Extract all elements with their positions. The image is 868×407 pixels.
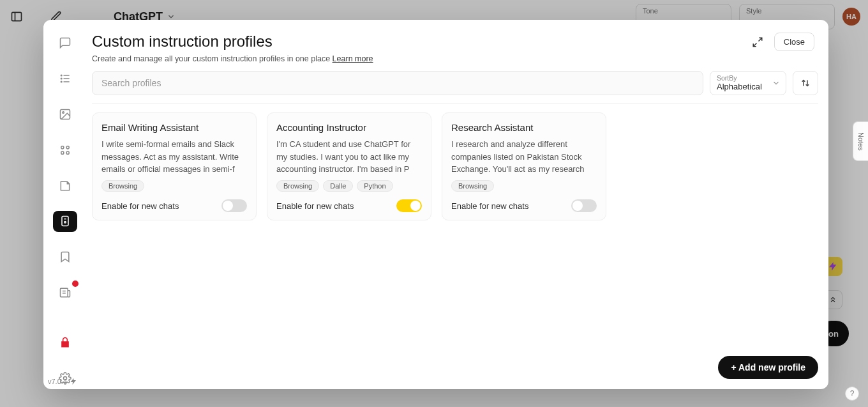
- enable-label: Enable for new chats: [451, 201, 528, 211]
- sidebar-item-lock[interactable]: [53, 332, 77, 353]
- profile-card[interactable]: Research AssistantI research and analyze…: [442, 112, 606, 220]
- profile-title: Accounting Instructor: [276, 122, 422, 133]
- add-profile-button[interactable]: + Add new profile: [718, 356, 818, 379]
- sidebar-item-image[interactable]: [53, 104, 77, 125]
- profile-tag: Dalle: [323, 180, 353, 192]
- sidebar-item-list[interactable]: [53, 68, 77, 89]
- panel-toggle-icon[interactable]: [8, 8, 26, 26]
- modal-subtitle: Create and manage all your custom instru…: [92, 54, 750, 63]
- sidebar-item-note[interactable]: [53, 175, 77, 197]
- tone-label: Tone: [643, 7, 724, 15]
- profile-tag: Python: [357, 180, 393, 192]
- sort-select[interactable]: SortBy Alphabetical: [710, 71, 786, 95]
- profile-description: I'm CA student and use ChatGPT for my st…: [276, 138, 422, 175]
- profile-tag: Browsing: [276, 180, 319, 192]
- notification-dot: [72, 280, 79, 287]
- profile-title: Email Writing Assistant: [101, 122, 247, 133]
- help-button[interactable]: ?: [845, 387, 859, 401]
- expand-icon[interactable]: [750, 35, 765, 50]
- close-button[interactable]: Close: [774, 33, 814, 51]
- profile-card[interactable]: Email Writing AssistantI write semi-form…: [92, 112, 257, 220]
- svg-point-20: [64, 222, 66, 224]
- profile-tags: BrowsingDallePython: [276, 180, 422, 192]
- custom-instruction-modal: Custom instruction profiles Create and m…: [43, 20, 828, 389]
- sidebar-item-apps[interactable]: [53, 139, 77, 161]
- profile-tag: Browsing: [101, 180, 144, 192]
- profile-tag: Browsing: [451, 180, 494, 192]
- enable-toggle[interactable]: [221, 199, 247, 212]
- svg-point-10: [61, 78, 62, 79]
- profile-tags: Browsing: [451, 180, 597, 192]
- style-label: Style: [746, 7, 828, 15]
- sidebar-item-profiles[interactable]: [53, 211, 77, 233]
- enable-label: Enable for new chats: [101, 201, 179, 211]
- profile-card[interactable]: Accounting InstructorI'm CA student and …: [267, 112, 431, 220]
- enable-toggle[interactable]: [571, 199, 597, 212]
- sort-label: SortBy: [717, 74, 779, 82]
- profile-description: I write semi-formal emails and Slack mes…: [101, 138, 247, 175]
- svg-point-9: [61, 75, 62, 76]
- svg-point-15: [66, 146, 69, 148]
- svg-point-13: [63, 112, 64, 114]
- svg-line-3: [753, 43, 756, 46]
- svg-point-11: [61, 81, 62, 82]
- enable-label: Enable for new chats: [276, 201, 354, 211]
- sort-value: Alphabetical: [717, 82, 779, 91]
- sort-direction-button[interactable]: [793, 71, 818, 95]
- notes-side-tab[interactable]: Notes: [853, 121, 868, 161]
- sidebar-item-news[interactable]: [53, 282, 77, 303]
- svg-point-16: [61, 151, 64, 154]
- profile-description: I research and analyze different compani…: [451, 138, 597, 175]
- svg-point-17: [66, 151, 69, 154]
- search-input[interactable]: [92, 71, 703, 95]
- sidebar-item-bookmark[interactable]: [53, 246, 77, 268]
- svg-line-2: [758, 38, 761, 41]
- sidebar-item-chat[interactable]: [53, 32, 77, 54]
- learn-more-link[interactable]: Learn more: [333, 54, 373, 63]
- svg-rect-0: [12, 12, 22, 20]
- modal-title: Custom instruction profiles: [92, 33, 750, 50]
- version-label: v7.0.4: [48, 378, 77, 385]
- avatar[interactable]: HA: [842, 8, 860, 26]
- profile-title: Research Assistant: [451, 122, 597, 133]
- sidebar: [48, 28, 82, 389]
- profile-tags: Browsing: [101, 180, 247, 192]
- enable-toggle[interactable]: [396, 199, 422, 212]
- chevron-down-icon: [772, 79, 781, 88]
- svg-point-14: [61, 146, 64, 148]
- svg-rect-21: [61, 289, 68, 297]
